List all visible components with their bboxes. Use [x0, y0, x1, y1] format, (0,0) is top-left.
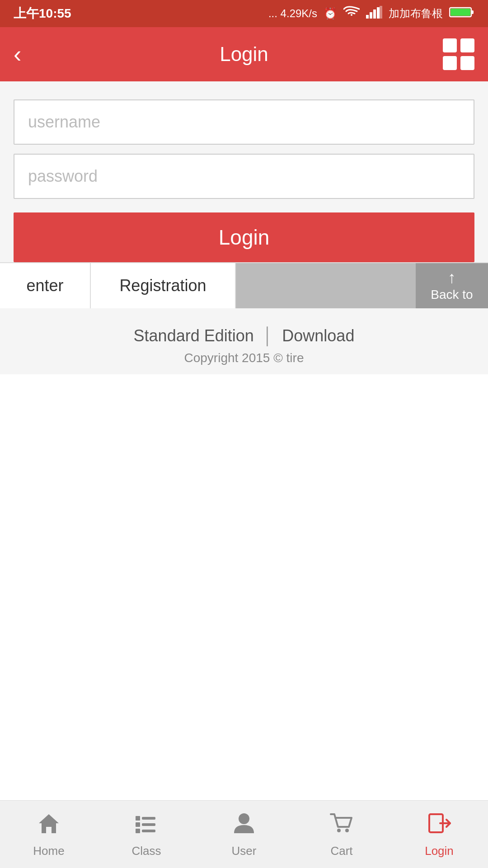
svg-rect-9	[136, 822, 140, 827]
svg-rect-12	[142, 823, 155, 826]
battery-icon	[449, 6, 474, 21]
back-to-label: Back to	[431, 288, 473, 302]
wifi-icon	[343, 6, 360, 21]
registration-button[interactable]: Registration	[91, 263, 236, 308]
nav-label-cart: Cart	[330, 844, 352, 858]
nav-item-cart[interactable]: Cart	[293, 811, 390, 858]
login-button[interactable]: Login	[14, 212, 474, 262]
status-time: 上午10:55	[14, 5, 71, 22]
signal-icon	[366, 6, 382, 21]
nav-item-home[interactable]: Home	[0, 811, 98, 858]
clock-icon: ⏰	[324, 7, 337, 20]
copyright: Copyright 2015 © tire	[14, 351, 474, 365]
enter-button[interactable]: enter	[0, 263, 91, 308]
grid-cell-1	[443, 38, 457, 52]
nav-label-home: Home	[33, 844, 64, 858]
network-speed: ... 4.29K/s	[268, 7, 317, 20]
home-icon	[36, 811, 61, 841]
cart-icon	[329, 811, 354, 841]
status-right: ... 4.29K/s ⏰ 加加布鲁根	[268, 6, 474, 21]
edition-line: Standard Edition │ Download	[14, 326, 474, 345]
svg-point-14	[239, 813, 249, 824]
svg-rect-8	[136, 816, 140, 821]
nav-item-login[interactable]: Login	[390, 811, 488, 858]
password-input[interactable]	[14, 154, 474, 199]
nav-label-class: Class	[131, 844, 161, 858]
page-title: Login	[220, 43, 268, 66]
nav-label-login: Login	[425, 844, 454, 858]
divider: │	[263, 326, 273, 345]
bottom-nav: Home Class User	[0, 800, 488, 868]
svg-rect-0	[366, 15, 369, 19]
action-row: enter Registration ↑ Back to	[0, 262, 488, 308]
svg-point-15	[337, 829, 341, 832]
carrier: 加加布鲁根	[389, 6, 443, 21]
footer-info: Standard Edition │ Download Copyright 20…	[0, 308, 488, 374]
svg-point-16	[345, 829, 349, 832]
svg-rect-11	[142, 817, 155, 820]
header: ‹ Login	[0, 27, 488, 81]
back-to-button[interactable]: ↑ Back to	[416, 263, 488, 308]
nav-label-user: User	[232, 844, 257, 858]
spacer	[236, 263, 416, 308]
svg-rect-4	[380, 6, 382, 19]
svg-rect-13	[142, 830, 155, 832]
status-bar: 上午10:55 ... 4.29K/s ⏰ 加加布鲁根	[0, 0, 488, 27]
svg-rect-3	[377, 7, 380, 19]
class-icon	[134, 811, 159, 841]
user-icon	[231, 811, 257, 841]
grid-cell-4	[460, 56, 474, 70]
standard-edition-label: Standard Edition	[134, 326, 254, 345]
empty-content-area	[0, 374, 488, 646]
svg-rect-2	[373, 9, 376, 19]
download-label[interactable]: Download	[282, 326, 354, 345]
svg-rect-6	[471, 10, 474, 14]
svg-rect-10	[136, 829, 140, 833]
svg-rect-1	[370, 12, 372, 19]
main-content: Login	[0, 81, 488, 262]
grid-icon[interactable]	[443, 38, 474, 70]
svg-rect-7	[450, 9, 470, 16]
grid-cell-3	[443, 56, 457, 70]
back-to-arrow-icon: ↑	[448, 269, 456, 286]
nav-item-class[interactable]: Class	[98, 811, 195, 858]
back-button[interactable]: ‹	[14, 42, 21, 66]
username-input[interactable]	[14, 99, 474, 145]
grid-cell-2	[460, 38, 474, 52]
login-icon	[427, 811, 452, 841]
nav-item-user[interactable]: User	[195, 811, 293, 858]
